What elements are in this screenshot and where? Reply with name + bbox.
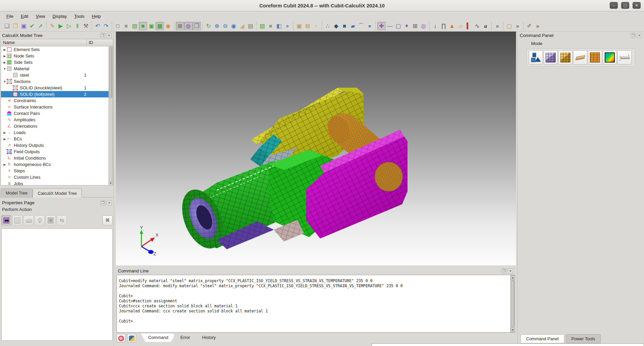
- rocket-icon[interactable]: ▲: [448, 22, 456, 30]
- mesh-cylinder-icon[interactable]: ◎: [419, 22, 428, 30]
- close-command-panel-icon[interactable]: ✕: [637, 33, 642, 38]
- font-italic-icon[interactable]: a: [481, 22, 490, 30]
- tree-item-node-sets[interactable]: ▶Node Sets: [1, 53, 113, 59]
- menu-edit[interactable]: Edit: [17, 12, 32, 20]
- overflow-chevron3-icon[interactable]: »: [533, 22, 542, 30]
- tree-scroll-down-icon[interactable]: ▼: [109, 181, 113, 185]
- expander-icon[interactable]: ▶: [2, 48, 7, 51]
- play-journal-icon[interactable]: ▶: [56, 22, 65, 30]
- list-info-icon[interactable]: ▤: [246, 22, 255, 30]
- menu-tools[interactable]: Tools: [71, 12, 88, 20]
- select-box-cross-icon[interactable]: ⊠: [303, 22, 312, 30]
- smooth-action-button[interactable]: [24, 215, 34, 225]
- thermometer-icon[interactable]: ▍: [465, 22, 473, 30]
- tree-item-solid-knuckle-steel-[interactable]: SOLID (knuckle|steel)1: [1, 85, 113, 91]
- expander-icon[interactable]: ▶: [2, 163, 7, 166]
- curve-element-icon[interactable]: ⌒: [357, 22, 366, 30]
- vertex-entity-icon[interactable]: ●: [283, 22, 292, 30]
- zoom-out-icon[interactable]: ⊖: [221, 22, 229, 30]
- tab-command-panel[interactable]: Command Panel: [520, 334, 564, 343]
- overflow-chevron-icon[interactable]: »: [493, 22, 502, 30]
- wireframe-cube-icon[interactable]: □: [114, 22, 122, 30]
- select-box-icon[interactable]: ▣: [295, 22, 303, 30]
- delete-mesh-action-button[interactable]: [46, 215, 56, 225]
- transparent-cube-icon[interactable]: ▨: [130, 22, 139, 30]
- tree-item-contact-pairs[interactable]: Contact Pairs: [1, 110, 113, 117]
- tree-item-steel[interactable]: steel1: [1, 72, 113, 78]
- python-console-button[interactable]: [127, 334, 136, 343]
- tool-hammer-icon[interactable]: ⚒: [82, 22, 90, 30]
- expander-icon[interactable]: ▶: [2, 54, 7, 58]
- refresh-graphics-icon[interactable]: ↻: [204, 22, 213, 30]
- tree-item-side-sets[interactable]: ▶Side Sets: [1, 59, 113, 66]
- tree-item-steps[interactable]: ≡Steps: [1, 168, 113, 174]
- tab-history[interactable]: History: [195, 334, 223, 342]
- tab-model-tree[interactable]: Model Tree: [1, 188, 33, 197]
- tab-command[interactable]: Command: [141, 334, 176, 342]
- close-panel-icon[interactable]: ✕: [106, 33, 112, 38]
- tab-calculix-model-tree[interactable]: CalculiX Model Tree: [33, 188, 82, 198]
- expander-icon[interactable]: ▶: [2, 61, 7, 64]
- volume-cube-icon[interactable]: ▣: [147, 22, 156, 30]
- minimize-button[interactable]: –: [610, 2, 618, 9]
- tree-scrollbar-handle[interactable]: [109, 47, 112, 98]
- graphics-grid-icon[interactable]: ⊞: [176, 22, 184, 30]
- spring-icon[interactable]: ∿: [473, 22, 481, 30]
- clipping-plane-icon[interactable]: ◍: [184, 22, 192, 30]
- tree-item-sections[interactable]: ▼Sections: [1, 78, 113, 85]
- cut-tool-icon[interactable]: ✐: [525, 22, 533, 30]
- tree-item-field-outputs[interactable]: Field Outputs: [1, 148, 113, 155]
- tree-item-homogeneous-bcs[interactable]: ▶hhomogeneous BCs: [1, 161, 113, 168]
- close-properties-icon[interactable]: ✕: [107, 200, 112, 205]
- volume-entity-icon[interactable]: ▧: [258, 22, 266, 30]
- wedge-tool-icon[interactable]: ◢: [238, 22, 246, 30]
- sphere-element-icon[interactable]: ●: [366, 22, 374, 30]
- tab-error[interactable]: Error: [173, 334, 198, 342]
- render-body-icon[interactable]: ◉: [164, 22, 172, 30]
- menu-view[interactable]: View: [32, 12, 49, 20]
- mesh-mode-button[interactable]: [544, 50, 558, 64]
- hex-element-icon[interactable]: ■: [340, 22, 349, 30]
- draw-action-button[interactable]: [12, 215, 23, 225]
- node-cluster-icon[interactable]: ∴: [324, 22, 332, 30]
- new-file-icon[interactable]: ❏: [3, 22, 11, 30]
- contact-quad-icon[interactable]: ▢: [505, 22, 513, 30]
- tree-item-history-outputs[interactable]: ↗History Outputs: [1, 142, 113, 148]
- find-action-button[interactable]: [1, 215, 11, 225]
- mesh-grid-icon[interactable]: ⊞: [411, 22, 419, 30]
- surface-entity-icon[interactable]: ◧: [275, 22, 283, 30]
- mesh-cube-icon[interactable]: ▦: [156, 22, 164, 30]
- tree-item-material[interactable]: ▼Material: [1, 66, 113, 72]
- undo-icon[interactable]: ↶: [93, 22, 102, 30]
- zoom-in-icon[interactable]: ⊕: [213, 22, 221, 30]
- delete-button[interactable]: [102, 215, 113, 225]
- close-button[interactable]: ✕: [633, 2, 641, 9]
- beam-mode-button[interactable]: [573, 50, 587, 64]
- graphics-window-icon[interactable]: ❐: [192, 22, 201, 30]
- pause-icon[interactable]: ‖: [73, 22, 82, 30]
- menu-display[interactable]: Display: [49, 12, 71, 20]
- mesh-tet-icon[interactable]: ✦: [402, 22, 411, 30]
- tree-item-surface-interactions[interactable]: ≃Surface Interactions: [1, 104, 113, 110]
- quality-action-button[interactable]: [35, 215, 45, 225]
- float-command-panel-icon[interactable]: ❐: [631, 33, 636, 38]
- command-console[interactable]: Cubit>modify material "steel" matrix_pro…: [117, 275, 515, 333]
- column-name[interactable]: Name: [1, 39, 87, 46]
- select-partial-icon[interactable]: ▫: [312, 22, 320, 30]
- hex-volume-icon[interactable]: ◆: [332, 22, 340, 30]
- edit-journal-icon[interactable]: ✎: [48, 22, 56, 30]
- expander-icon[interactable]: ▶: [2, 137, 7, 141]
- console-scrollbar[interactable]: ▲ ▼: [510, 275, 515, 332]
- board-icon[interactable]: ▱: [456, 22, 465, 30]
- bricks-mode-button[interactable]: [588, 50, 602, 64]
- console-scroll-down-icon[interactable]: ▼: [511, 328, 515, 332]
- export-icon[interactable]: ➚: [36, 22, 45, 30]
- hidden-line-cube-icon[interactable]: ■: [122, 22, 130, 30]
- clear-console-button[interactable]: ⊘: [117, 334, 125, 343]
- maximize-button[interactable]: ▢: [621, 2, 629, 9]
- import-icon[interactable]: ✔: [28, 22, 36, 30]
- sheet-element-icon[interactable]: ▰: [349, 22, 357, 30]
- redo-icon[interactable]: ↷: [102, 22, 110, 30]
- expander-icon[interactable]: ▶: [2, 131, 7, 134]
- blocks-mode-button[interactable]: [558, 50, 572, 64]
